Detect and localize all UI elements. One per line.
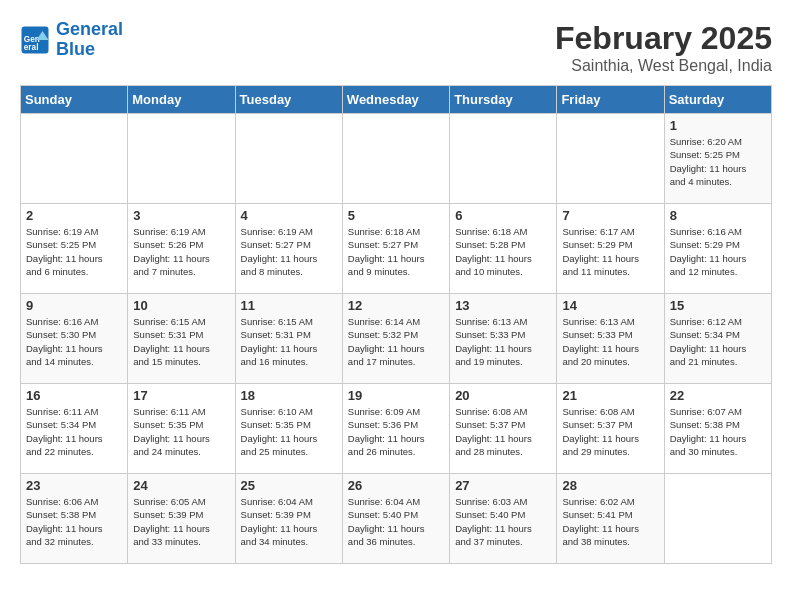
day-info: Sunrise: 6:16 AM Sunset: 5:30 PM Dayligh… xyxy=(26,315,122,368)
day-number: 3 xyxy=(133,208,229,223)
calendar-cell: 24Sunrise: 6:05 AM Sunset: 5:39 PM Dayli… xyxy=(128,474,235,564)
calendar-cell: 8Sunrise: 6:16 AM Sunset: 5:29 PM Daylig… xyxy=(664,204,771,294)
header-day: Wednesday xyxy=(342,86,449,114)
day-number: 10 xyxy=(133,298,229,313)
day-number: 11 xyxy=(241,298,337,313)
day-info: Sunrise: 6:02 AM Sunset: 5:41 PM Dayligh… xyxy=(562,495,658,548)
calendar-cell: 11Sunrise: 6:15 AM Sunset: 5:31 PM Dayli… xyxy=(235,294,342,384)
calendar-cell: 16Sunrise: 6:11 AM Sunset: 5:34 PM Dayli… xyxy=(21,384,128,474)
day-number: 19 xyxy=(348,388,444,403)
calendar-cell: 3Sunrise: 6:19 AM Sunset: 5:26 PM Daylig… xyxy=(128,204,235,294)
day-number: 24 xyxy=(133,478,229,493)
day-number: 6 xyxy=(455,208,551,223)
calendar-cell xyxy=(342,114,449,204)
day-info: Sunrise: 6:11 AM Sunset: 5:35 PM Dayligh… xyxy=(133,405,229,458)
day-number: 28 xyxy=(562,478,658,493)
day-number: 7 xyxy=(562,208,658,223)
day-info: Sunrise: 6:08 AM Sunset: 5:37 PM Dayligh… xyxy=(455,405,551,458)
header-day: Saturday xyxy=(664,86,771,114)
calendar-cell xyxy=(235,114,342,204)
day-number: 26 xyxy=(348,478,444,493)
calendar-cell: 28Sunrise: 6:02 AM Sunset: 5:41 PM Dayli… xyxy=(557,474,664,564)
day-number: 14 xyxy=(562,298,658,313)
day-info: Sunrise: 6:13 AM Sunset: 5:33 PM Dayligh… xyxy=(562,315,658,368)
day-info: Sunrise: 6:12 AM Sunset: 5:34 PM Dayligh… xyxy=(670,315,766,368)
day-number: 20 xyxy=(455,388,551,403)
calendar-subtitle: Sainthia, West Bengal, India xyxy=(555,57,772,75)
header-day: Monday xyxy=(128,86,235,114)
day-number: 9 xyxy=(26,298,122,313)
day-info: Sunrise: 6:09 AM Sunset: 5:36 PM Dayligh… xyxy=(348,405,444,458)
day-info: Sunrise: 6:13 AM Sunset: 5:33 PM Dayligh… xyxy=(455,315,551,368)
calendar-week: 16Sunrise: 6:11 AM Sunset: 5:34 PM Dayli… xyxy=(21,384,772,474)
calendar-cell: 4Sunrise: 6:19 AM Sunset: 5:27 PM Daylig… xyxy=(235,204,342,294)
day-number: 12 xyxy=(348,298,444,313)
calendar-cell xyxy=(450,114,557,204)
calendar-cell: 25Sunrise: 6:04 AM Sunset: 5:39 PM Dayli… xyxy=(235,474,342,564)
calendar-cell: 21Sunrise: 6:08 AM Sunset: 5:37 PM Dayli… xyxy=(557,384,664,474)
calendar-header: SundayMondayTuesdayWednesdayThursdayFrid… xyxy=(21,86,772,114)
calendar-cell: 15Sunrise: 6:12 AM Sunset: 5:34 PM Dayli… xyxy=(664,294,771,384)
day-info: Sunrise: 6:15 AM Sunset: 5:31 PM Dayligh… xyxy=(133,315,229,368)
day-info: Sunrise: 6:04 AM Sunset: 5:39 PM Dayligh… xyxy=(241,495,337,548)
day-number: 1 xyxy=(670,118,766,133)
calendar-cell: 19Sunrise: 6:09 AM Sunset: 5:36 PM Dayli… xyxy=(342,384,449,474)
svg-text:eral: eral xyxy=(24,43,39,52)
header-day: Sunday xyxy=(21,86,128,114)
day-info: Sunrise: 6:18 AM Sunset: 5:27 PM Dayligh… xyxy=(348,225,444,278)
day-info: Sunrise: 6:03 AM Sunset: 5:40 PM Dayligh… xyxy=(455,495,551,548)
calendar-week: 2Sunrise: 6:19 AM Sunset: 5:25 PM Daylig… xyxy=(21,204,772,294)
calendar-cell: 7Sunrise: 6:17 AM Sunset: 5:29 PM Daylig… xyxy=(557,204,664,294)
calendar-week: 9Sunrise: 6:16 AM Sunset: 5:30 PM Daylig… xyxy=(21,294,772,384)
logo: Gen eral General Blue xyxy=(20,20,123,60)
day-info: Sunrise: 6:08 AM Sunset: 5:37 PM Dayligh… xyxy=(562,405,658,458)
day-info: Sunrise: 6:19 AM Sunset: 5:26 PM Dayligh… xyxy=(133,225,229,278)
day-number: 8 xyxy=(670,208,766,223)
day-number: 15 xyxy=(670,298,766,313)
calendar-cell: 17Sunrise: 6:11 AM Sunset: 5:35 PM Dayli… xyxy=(128,384,235,474)
day-number: 27 xyxy=(455,478,551,493)
calendar-cell: 27Sunrise: 6:03 AM Sunset: 5:40 PM Dayli… xyxy=(450,474,557,564)
day-info: Sunrise: 6:10 AM Sunset: 5:35 PM Dayligh… xyxy=(241,405,337,458)
day-number: 22 xyxy=(670,388,766,403)
calendar-cell: 13Sunrise: 6:13 AM Sunset: 5:33 PM Dayli… xyxy=(450,294,557,384)
day-info: Sunrise: 6:06 AM Sunset: 5:38 PM Dayligh… xyxy=(26,495,122,548)
day-info: Sunrise: 6:11 AM Sunset: 5:34 PM Dayligh… xyxy=(26,405,122,458)
calendar-cell xyxy=(557,114,664,204)
day-info: Sunrise: 6:20 AM Sunset: 5:25 PM Dayligh… xyxy=(670,135,766,188)
calendar-cell xyxy=(128,114,235,204)
header-day: Thursday xyxy=(450,86,557,114)
day-number: 17 xyxy=(133,388,229,403)
calendar-body: 1Sunrise: 6:20 AM Sunset: 5:25 PM Daylig… xyxy=(21,114,772,564)
calendar-cell: 1Sunrise: 6:20 AM Sunset: 5:25 PM Daylig… xyxy=(664,114,771,204)
calendar-table: SundayMondayTuesdayWednesdayThursdayFrid… xyxy=(20,85,772,564)
day-info: Sunrise: 6:19 AM Sunset: 5:25 PM Dayligh… xyxy=(26,225,122,278)
day-info: Sunrise: 6:05 AM Sunset: 5:39 PM Dayligh… xyxy=(133,495,229,548)
day-info: Sunrise: 6:16 AM Sunset: 5:29 PM Dayligh… xyxy=(670,225,766,278)
header-day: Tuesday xyxy=(235,86,342,114)
day-info: Sunrise: 6:19 AM Sunset: 5:27 PM Dayligh… xyxy=(241,225,337,278)
calendar-cell: 2Sunrise: 6:19 AM Sunset: 5:25 PM Daylig… xyxy=(21,204,128,294)
logo-icon: Gen eral xyxy=(20,25,50,55)
logo-line2: Blue xyxy=(56,39,95,59)
day-info: Sunrise: 6:15 AM Sunset: 5:31 PM Dayligh… xyxy=(241,315,337,368)
calendar-cell: 10Sunrise: 6:15 AM Sunset: 5:31 PM Dayli… xyxy=(128,294,235,384)
calendar-cell: 23Sunrise: 6:06 AM Sunset: 5:38 PM Dayli… xyxy=(21,474,128,564)
day-number: 2 xyxy=(26,208,122,223)
calendar-cell: 18Sunrise: 6:10 AM Sunset: 5:35 PM Dayli… xyxy=(235,384,342,474)
day-number: 13 xyxy=(455,298,551,313)
logo-line1: General xyxy=(56,19,123,39)
calendar-cell: 9Sunrise: 6:16 AM Sunset: 5:30 PM Daylig… xyxy=(21,294,128,384)
day-info: Sunrise: 6:14 AM Sunset: 5:32 PM Dayligh… xyxy=(348,315,444,368)
day-number: 21 xyxy=(562,388,658,403)
calendar-cell: 5Sunrise: 6:18 AM Sunset: 5:27 PM Daylig… xyxy=(342,204,449,294)
calendar-cell: 20Sunrise: 6:08 AM Sunset: 5:37 PM Dayli… xyxy=(450,384,557,474)
page-header: Gen eral General Blue February 2025 Sain… xyxy=(20,20,772,75)
day-number: 23 xyxy=(26,478,122,493)
day-info: Sunrise: 6:07 AM Sunset: 5:38 PM Dayligh… xyxy=(670,405,766,458)
calendar-week: 1Sunrise: 6:20 AM Sunset: 5:25 PM Daylig… xyxy=(21,114,772,204)
header-day: Friday xyxy=(557,86,664,114)
calendar-cell: 6Sunrise: 6:18 AM Sunset: 5:28 PM Daylig… xyxy=(450,204,557,294)
calendar-cell xyxy=(21,114,128,204)
calendar-week: 23Sunrise: 6:06 AM Sunset: 5:38 PM Dayli… xyxy=(21,474,772,564)
